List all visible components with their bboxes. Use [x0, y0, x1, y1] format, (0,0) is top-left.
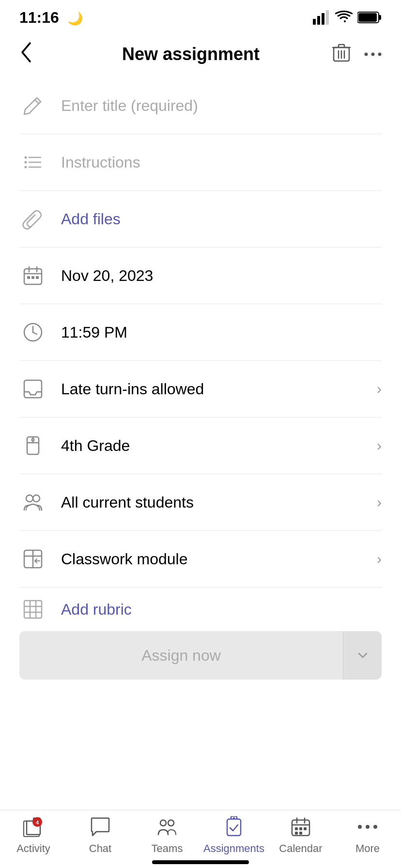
svg-rect-3: [326, 10, 329, 25]
nav-teams[interactable]: Teams: [134, 814, 200, 855]
moon-icon: 🌙: [67, 11, 83, 26]
svg-rect-60: [299, 832, 302, 835]
activity-label: Activity: [16, 842, 50, 855]
grade-level-chevron: ›: [377, 437, 382, 454]
svg-point-19: [25, 161, 27, 164]
time-row[interactable]: 11:59 PM: [19, 304, 382, 361]
status-bar: 11:16 🌙: [0, 0, 401, 31]
nav-activity[interactable]: 4 Activity: [0, 814, 67, 855]
students-label: All current students: [61, 494, 362, 512]
svg-line-30: [33, 332, 37, 334]
assign-button-container: Assign now: [19, 631, 382, 680]
svg-rect-1: [317, 16, 320, 25]
rubric-icon: [19, 596, 46, 623]
students-chevron: ›: [377, 494, 382, 511]
grade-level-label: 4th Grade: [61, 437, 362, 455]
battery-icon: [357, 11, 382, 24]
calendar-nav-icon: [288, 814, 313, 839]
assignments-icon: [221, 814, 247, 839]
clock-icon: [19, 319, 46, 346]
home-indicator: [152, 860, 249, 864]
students-icon: [19, 489, 46, 516]
nav-calendar[interactable]: Calendar: [267, 814, 334, 855]
back-button[interactable]: [19, 41, 48, 68]
form-section: Enter title (required) Instructions Add …: [0, 78, 401, 626]
svg-point-62: [366, 825, 370, 829]
assign-chevron-button[interactable]: [343, 631, 382, 680]
more-nav-icon: [355, 814, 380, 839]
students-row[interactable]: All current students ›: [19, 474, 382, 531]
inbox-icon: [19, 375, 46, 403]
svg-point-49: [168, 820, 174, 826]
svg-rect-6: [358, 13, 377, 22]
grade-level-row[interactable]: 4th Grade ›: [19, 418, 382, 474]
svg-point-48: [160, 820, 166, 826]
svg-point-35: [26, 495, 33, 502]
svg-rect-2: [322, 13, 324, 25]
assignments-label: Assignments: [203, 842, 264, 855]
add-files-button[interactable]: Add files: [61, 210, 382, 228]
signal-icon: [313, 10, 330, 25]
header-actions: [333, 44, 382, 65]
classwork-module-row[interactable]: Classwork module ›: [19, 531, 382, 588]
page-title: New assignment: [48, 44, 333, 64]
instructions-row[interactable]: Instructions: [19, 134, 382, 191]
add-rubric-label[interactable]: Add rubric: [61, 601, 382, 619]
classwork-module-label: Classwork module: [61, 550, 362, 568]
teams-label: Teams: [152, 842, 183, 855]
chat-icon: [88, 814, 113, 839]
classwork-icon: [19, 545, 46, 573]
svg-point-61: [358, 825, 362, 829]
svg-point-36: [33, 495, 40, 502]
add-rubric-row[interactable]: Add rubric: [19, 588, 382, 626]
svg-text:4: 4: [36, 820, 39, 825]
svg-point-20: [25, 166, 27, 169]
svg-rect-56: [295, 827, 298, 830]
svg-rect-25: [27, 276, 30, 279]
status-icons: [313, 10, 382, 25]
list-icon: [19, 149, 46, 176]
nav-assignments[interactable]: Assignments: [200, 814, 267, 855]
svg-rect-50: [227, 819, 241, 836]
header: New assignment: [0, 31, 401, 78]
svg-point-11: [365, 53, 368, 56]
svg-point-18: [25, 156, 27, 159]
pencil-icon: [19, 92, 46, 119]
late-turnins-label: Late turn-ins allowed: [61, 380, 362, 398]
svg-rect-27: [36, 276, 39, 279]
nav-chat[interactable]: Chat: [67, 814, 134, 855]
more-label: More: [355, 842, 380, 855]
svg-rect-0: [313, 19, 316, 25]
wifi-icon: [335, 11, 353, 24]
chat-label: Chat: [89, 842, 111, 855]
activity-icon: 4: [21, 814, 46, 839]
svg-rect-41: [24, 601, 42, 618]
svg-rect-57: [299, 827, 302, 830]
svg-rect-59: [295, 832, 298, 835]
classwork-module-chevron: ›: [377, 551, 382, 567]
paperclip-icon: [19, 205, 46, 232]
date-value[interactable]: Nov 20, 2023: [61, 267, 382, 285]
time-value[interactable]: 11:59 PM: [61, 324, 382, 341]
title-input[interactable]: Enter title (required): [61, 97, 382, 115]
calendar-icon: [19, 262, 46, 289]
calendar-label: Calendar: [279, 842, 322, 855]
assign-now-button: Assign now: [19, 631, 343, 680]
delete-button[interactable]: [332, 44, 351, 65]
more-button[interactable]: [364, 50, 382, 59]
svg-rect-5: [379, 15, 381, 20]
svg-point-63: [373, 825, 377, 829]
title-row[interactable]: Enter title (required): [19, 78, 382, 134]
svg-rect-58: [304, 827, 307, 830]
instructions-input[interactable]: Instructions: [61, 154, 382, 171]
late-turnins-chevron: ›: [377, 381, 382, 397]
nav-more[interactable]: More: [334, 814, 401, 855]
teams-icon: [154, 814, 180, 839]
svg-line-14: [35, 100, 39, 104]
add-files-row[interactable]: Add files: [19, 191, 382, 248]
svg-point-12: [371, 53, 375, 56]
late-turnins-row[interactable]: Late turn-ins allowed ›: [19, 361, 382, 418]
svg-point-13: [378, 53, 382, 56]
date-row[interactable]: Nov 20, 2023: [19, 248, 382, 304]
bottom-nav: 4 Activity Chat Teams: [0, 810, 401, 868]
